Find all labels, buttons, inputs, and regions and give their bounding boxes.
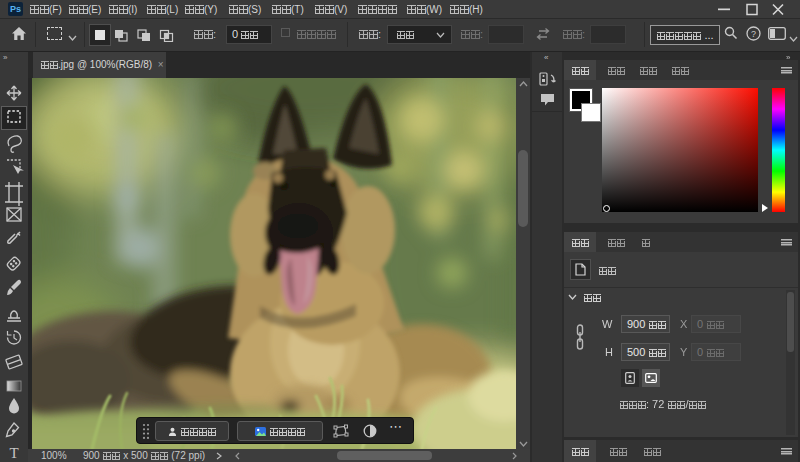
svg-text:T: T <box>9 445 18 461</box>
svg-text:?: ? <box>751 29 756 39</box>
